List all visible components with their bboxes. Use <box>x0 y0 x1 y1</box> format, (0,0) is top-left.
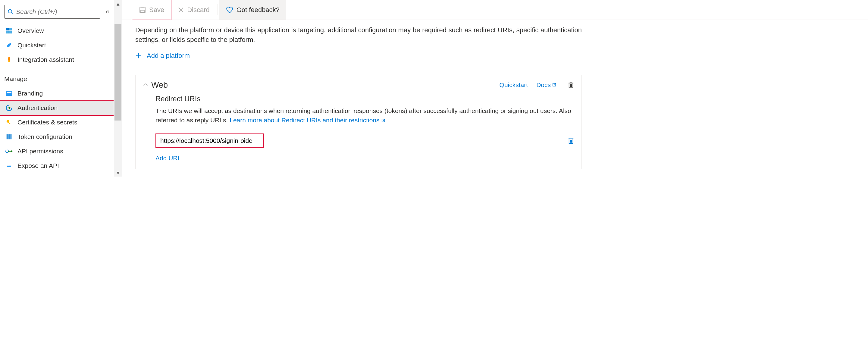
svg-rect-3 <box>9 28 12 30</box>
feedback-button[interactable]: Got feedback? <box>219 0 286 20</box>
sidebar-item-expose-api[interactable]: Expose an API <box>0 158 114 173</box>
quickstart-icon <box>5 41 13 49</box>
redirect-uri-input[interactable] <box>155 133 264 148</box>
platform-card-web: Web Quickstart Docs Redirect URIs The UR… <box>135 75 582 169</box>
token-icon <box>5 133 13 140</box>
svg-rect-11 <box>7 134 8 139</box>
svg-point-16 <box>9 165 10 166</box>
branding-icon <box>5 90 13 97</box>
svg-point-15 <box>8 165 9 166</box>
external-link-icon <box>381 118 385 123</box>
sidebar-scrollbar[interactable]: ▴ ▾ <box>114 0 122 177</box>
collapse-sidebar-icon[interactable]: « <box>104 6 110 18</box>
svg-point-0 <box>8 10 12 13</box>
sidebar-item-certificates-secrets[interactable]: Certificates & secrets <box>0 115 114 130</box>
sidebar-item-api-permissions[interactable]: API permissions <box>0 144 114 158</box>
permissions-icon <box>5 148 13 155</box>
sidebar-item-label: Integration assistant <box>18 56 74 63</box>
collapse-card-icon[interactable] <box>143 82 151 88</box>
add-platform-button[interactable]: Add a platform <box>135 52 582 60</box>
add-platform-label: Add a platform <box>147 52 190 60</box>
svg-rect-13 <box>10 134 12 139</box>
expose-api-icon <box>5 162 13 169</box>
sidebar-item-token-configuration[interactable]: Token configuration <box>0 130 114 144</box>
sidebar-item-label: Quickstart <box>18 41 46 49</box>
svg-rect-31 <box>569 138 573 144</box>
quickstart-link[interactable]: Quickstart <box>499 81 528 89</box>
sidebar: « Overview Quickstart Integration assist… <box>0 0 114 177</box>
add-uri-button[interactable]: Add URI <box>155 155 574 162</box>
svg-rect-24 <box>553 84 556 86</box>
docs-link[interactable]: Docs <box>536 81 557 89</box>
sidebar-item-label: Branding <box>18 90 43 97</box>
plus-icon <box>135 53 142 59</box>
redirect-uris-description: The URIs we will accept as destinations … <box>155 106 574 125</box>
rocket-icon <box>5 56 13 63</box>
scrollbar-thumb[interactable] <box>115 24 121 121</box>
search-icon <box>7 9 13 15</box>
intro-text: Depending on the platform or device this… <box>135 25 582 44</box>
sidebar-section-manage: Manage <box>0 67 114 86</box>
sidebar-item-label: Authentication <box>18 104 58 112</box>
overview-icon <box>5 27 13 34</box>
sidebar-item-integration-assistant[interactable]: Integration assistant <box>0 53 114 67</box>
delete-uri-button[interactable] <box>568 137 574 144</box>
main-content: Save Discard Got feedback? Depending on … <box>122 0 868 177</box>
svg-rect-12 <box>8 134 10 139</box>
redirect-uris-heading: Redirect URIs <box>155 95 574 103</box>
docs-label: Docs <box>536 81 551 89</box>
search-input[interactable] <box>16 8 97 15</box>
svg-rect-2 <box>6 28 9 30</box>
sidebar-item-label: API permissions <box>18 148 63 155</box>
heart-icon <box>226 6 234 14</box>
svg-rect-10 <box>8 122 10 124</box>
save-icon <box>139 6 146 13</box>
svg-rect-30 <box>382 119 385 122</box>
key-icon <box>5 119 13 126</box>
svg-rect-7 <box>7 92 11 93</box>
card-title: Web <box>151 81 491 90</box>
svg-point-9 <box>7 120 9 123</box>
sidebar-item-quickstart[interactable]: Quickstart <box>0 38 114 53</box>
toolbar: Save Discard Got feedback? <box>122 0 868 20</box>
svg-rect-19 <box>141 10 144 13</box>
svg-line-1 <box>11 13 13 14</box>
svg-rect-4 <box>6 31 9 33</box>
svg-rect-5 <box>9 31 12 33</box>
learn-more-link[interactable]: Learn more about Redirect URIs and their… <box>229 117 385 124</box>
feedback-label: Got feedback? <box>237 6 280 14</box>
discard-label: Discard <box>187 6 210 14</box>
svg-rect-18 <box>141 7 144 9</box>
delete-platform-button[interactable] <box>568 81 574 89</box>
sidebar-item-branding[interactable]: Branding <box>0 86 114 101</box>
sidebar-item-authentication[interactable]: Authentication <box>0 101 114 115</box>
svg-rect-6 <box>6 91 12 96</box>
authentication-icon <box>5 104 13 112</box>
discard-icon <box>178 7 184 13</box>
save-label: Save <box>149 6 164 14</box>
sidebar-nav: Overview Quickstart Integration assistan… <box>0 24 114 173</box>
sidebar-item-overview[interactable]: Overview <box>0 24 114 38</box>
sidebar-item-label: Overview <box>18 27 44 34</box>
sidebar-item-label: Token configuration <box>18 133 72 140</box>
external-link-icon <box>552 83 557 87</box>
search-box[interactable] <box>4 5 100 19</box>
svg-point-14 <box>6 150 8 153</box>
sidebar-item-label: Expose an API <box>18 162 59 169</box>
svg-rect-25 <box>569 83 573 88</box>
scroll-down-icon[interactable]: ▾ <box>114 169 122 177</box>
save-button[interactable]: Save <box>132 0 171 20</box>
discard-button[interactable]: Discard <box>171 0 216 20</box>
sidebar-item-label: Certificates & secrets <box>18 119 77 126</box>
scroll-up-icon[interactable]: ▴ <box>114 0 122 7</box>
